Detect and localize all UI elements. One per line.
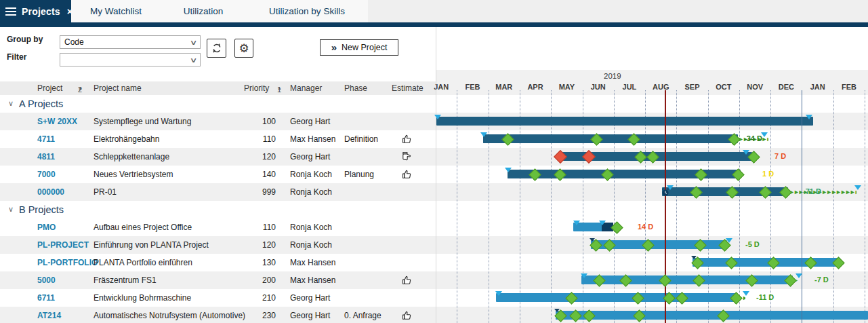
tab-utilization[interactable]: Utilization bbox=[161, 0, 246, 22]
chevron-down-icon[interactable]: ∨ bbox=[8, 201, 14, 218]
project-priority: 140 bbox=[237, 166, 276, 183]
gantt-bar[interactable] bbox=[693, 258, 840, 267]
schedule-marker-icon[interactable] bbox=[743, 150, 749, 155]
project-id-link[interactable]: AT214 bbox=[37, 307, 61, 323]
table-row[interactable]: PL-PORTFOLIOPLANTA Portfolio einführen13… bbox=[0, 254, 868, 271]
tab-bar-filler bbox=[368, 0, 868, 22]
month-label-0: JAN bbox=[426, 83, 457, 91]
filter-dropdown[interactable]: ∨ bbox=[60, 53, 201, 66]
table-row[interactable]: 4711Elektrohängebahn110Max HansenDefinit… bbox=[0, 130, 868, 148]
thumb-up-icon[interactable] bbox=[401, 133, 413, 145]
bar-start-tick-icon bbox=[590, 238, 595, 242]
project-name: Elektrohängebahn bbox=[94, 130, 159, 148]
project-id-link[interactable]: 5000 bbox=[37, 271, 56, 289]
tab-label: Utilization by Skills bbox=[269, 6, 345, 16]
table-row[interactable]: 5000Fräszentrum FS1200Max Hansen►►►►-7 D bbox=[0, 271, 868, 289]
table-row[interactable]: 000000PR-01999Ronja Koch►►►►►►►►►►►►►►►►… bbox=[0, 183, 868, 201]
project-id-link[interactable]: 4811 bbox=[37, 148, 55, 166]
schedule-marker-icon[interactable] bbox=[854, 185, 861, 190]
project-id-link[interactable]: PL-PORTFOLIO bbox=[37, 254, 98, 271]
gantt-bar[interactable] bbox=[436, 117, 813, 126]
project-id-link[interactable]: 6711 bbox=[37, 289, 55, 307]
gantt-row bbox=[436, 201, 868, 218]
table-row[interactable]: 4811Schleppkettenanlage120Georg Hart7 D bbox=[0, 148, 868, 166]
refresh-icon bbox=[211, 42, 223, 54]
tab-projects-label: Projects bbox=[22, 6, 60, 17]
project-name: Neues Vertriebsystem bbox=[94, 166, 173, 183]
column-header-estimate[interactable]: Estimate bbox=[392, 83, 423, 93]
table-chart-separator bbox=[436, 27, 436, 323]
schedule-marker-icon[interactable] bbox=[480, 132, 487, 137]
gantt-bar[interactable] bbox=[581, 276, 793, 284]
gantt-bar[interactable] bbox=[556, 311, 868, 320]
gantt-row: -5 D bbox=[436, 236, 868, 254]
schedule-marker-icon[interactable] bbox=[581, 273, 587, 278]
project-id-link[interactable]: 7000 bbox=[37, 166, 56, 183]
project-id-link[interactable]: PL-PROJECT bbox=[37, 236, 89, 254]
gantt-bar-hatched[interactable] bbox=[483, 134, 562, 143]
schedule-marker-icon[interactable] bbox=[505, 168, 512, 172]
gantt-row bbox=[436, 307, 868, 323]
buffer-days-label: -5 D bbox=[745, 240, 760, 248]
project-id-link[interactable]: PMO bbox=[37, 218, 56, 236]
buffer-days-label: -34 D bbox=[744, 134, 762, 142]
thumb-sideways-icon[interactable] bbox=[401, 151, 413, 162]
project-phase: Planung bbox=[344, 166, 374, 183]
group-header-row: ∨A Projects bbox=[0, 95, 868, 113]
new-project-button[interactable]: » New Project bbox=[320, 39, 398, 56]
bar-start-tick-icon bbox=[691, 256, 697, 259]
table-row[interactable]: 7000Neues Vertriebsystem140Ronja KochPla… bbox=[0, 166, 868, 183]
schedule-marker-icon[interactable] bbox=[434, 115, 441, 119]
column-header-manager[interactable]: Manager bbox=[290, 83, 322, 93]
month-label-6: JUL bbox=[614, 83, 645, 91]
gantt-row: ►►►►►►►►►►►-34 D bbox=[436, 130, 868, 148]
project-id-link[interactable]: 4711 bbox=[37, 130, 55, 148]
table-row[interactable]: S+W 20XXSystempflege und Wartung100Georg… bbox=[0, 113, 868, 130]
settings-button[interactable]: ⚙ bbox=[234, 39, 253, 58]
chevron-down-icon: ∨ bbox=[189, 56, 197, 64]
group-label[interactable]: B Projects bbox=[19, 201, 64, 218]
chevron-down-icon[interactable]: ∨ bbox=[8, 95, 14, 113]
schedule-marker-icon[interactable] bbox=[573, 221, 580, 225]
month-gridline bbox=[865, 90, 865, 323]
thumb-up-icon[interactable] bbox=[401, 309, 413, 321]
gantt-timeline-header: 2019 JANFEBMARAPRMAYJUNJULAUGSEPOCTNOVDE… bbox=[436, 70, 868, 95]
buffer-days-label: 7 D bbox=[774, 152, 786, 160]
group-by-dropdown[interactable]: Code ∨ bbox=[60, 35, 201, 49]
project-priority: 130 bbox=[237, 254, 276, 271]
table-row[interactable]: AT214Automatisches Notrufsystem (Automot… bbox=[0, 307, 868, 323]
schedule-marker-icon[interactable] bbox=[795, 273, 802, 278]
column-header-priority[interactable]: Priority bbox=[244, 83, 269, 93]
gear-icon: ⚙ bbox=[239, 43, 249, 54]
buffer-days-label: -71 D bbox=[803, 187, 821, 195]
schedule-marker-icon[interactable] bbox=[806, 115, 812, 119]
schedule-marker-icon[interactable] bbox=[599, 221, 606, 225]
schedule-marker-icon[interactable] bbox=[743, 291, 749, 296]
tab-label: My Watchlist bbox=[90, 6, 142, 16]
gantt-row: 14 D bbox=[436, 218, 868, 236]
tab-my-watchlist[interactable]: My Watchlist bbox=[71, 0, 161, 22]
tab-projects-active[interactable]: Projects × bbox=[0, 0, 71, 22]
group-by-value: Code bbox=[64, 37, 84, 47]
tab-label: Utilization bbox=[184, 6, 224, 16]
gantt-bar[interactable] bbox=[496, 293, 737, 302]
column-header-project[interactable]: Project bbox=[37, 83, 62, 93]
project-id-link[interactable]: 000000 bbox=[37, 183, 64, 201]
project-priority: 120 bbox=[237, 236, 276, 254]
thumb-up-icon[interactable] bbox=[401, 168, 413, 180]
schedule-marker-icon[interactable] bbox=[726, 238, 732, 243]
table-row[interactable]: PMOAufbau eines Project Office110Ronja K… bbox=[0, 218, 868, 236]
tab-utilization-by-skills[interactable]: Utilization by Skills bbox=[246, 0, 368, 22]
group-label[interactable]: A Projects bbox=[19, 95, 63, 113]
refresh-button[interactable] bbox=[207, 39, 226, 58]
schedule-marker-icon[interactable] bbox=[495, 291, 502, 296]
project-id-link[interactable]: S+W 20XX bbox=[37, 113, 77, 130]
column-header-phase[interactable]: Phase bbox=[344, 83, 367, 93]
thumb-up-icon[interactable] bbox=[401, 274, 413, 286]
menu-icon[interactable] bbox=[5, 7, 16, 16]
project-name: PLANTA Portfolio einführen bbox=[94, 254, 192, 271]
table-row[interactable]: PL-PROJECTEinführung von PLANTA Project1… bbox=[0, 236, 868, 254]
project-manager: Ronja Koch bbox=[290, 236, 332, 254]
column-header-project-name[interactable]: Project name bbox=[94, 83, 142, 93]
table-row[interactable]: 6711Entwicklung Bohrmaschine210Georg Har… bbox=[0, 289, 868, 307]
